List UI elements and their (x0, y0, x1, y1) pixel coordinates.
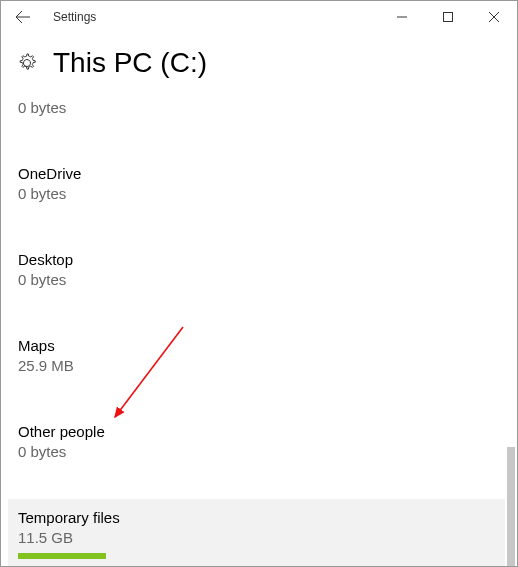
storage-list[interactable]: Mail 0 bytes OneDrive 0 bytes Desktop 0 … (8, 93, 505, 566)
storage-bar (18, 553, 106, 559)
storage-item-size: 11.5 GB (18, 529, 495, 547)
storage-item-maps[interactable]: Maps 25.9 MB (8, 327, 505, 389)
scrollbar-thumb[interactable] (507, 447, 515, 566)
close-button[interactable] (471, 1, 517, 33)
svg-rect-0 (444, 13, 453, 22)
storage-item-title: Desktop (18, 251, 495, 269)
storage-item-title: Maps (18, 337, 495, 355)
storage-item-size: 0 bytes (18, 443, 495, 461)
page-title: This PC (C:) (53, 47, 207, 79)
window-title: Settings (45, 10, 96, 24)
storage-item-title: Other people (18, 423, 495, 441)
settings-window: Settings This PC (0, 0, 518, 567)
back-arrow-icon (15, 9, 31, 25)
storage-item-title: OneDrive (18, 165, 495, 183)
gear-icon (17, 53, 37, 73)
window-controls (379, 1, 517, 33)
storage-item-temporary-files[interactable]: Temporary files 11.5 GB (8, 499, 505, 566)
minimize-icon (397, 12, 407, 22)
titlebar: Settings (1, 1, 517, 33)
scrollbar[interactable] (507, 183, 515, 566)
storage-item-other-people[interactable]: Other people 0 bytes (8, 413, 505, 475)
close-icon (489, 12, 499, 22)
storage-item-title: Temporary files (18, 509, 495, 527)
storage-item-size: 0 bytes (18, 271, 495, 289)
page-header: This PC (C:) (1, 33, 517, 93)
minimize-button[interactable] (379, 1, 425, 33)
storage-item-mail[interactable]: Mail 0 bytes (8, 93, 505, 131)
content-area: Mail 0 bytes OneDrive 0 bytes Desktop 0 … (1, 93, 517, 566)
storage-item-size: 0 bytes (18, 185, 495, 203)
maximize-icon (443, 12, 453, 22)
storage-item-desktop[interactable]: Desktop 0 bytes (8, 241, 505, 303)
storage-item-title: Mail (18, 93, 495, 97)
storage-item-size: 25.9 MB (18, 357, 495, 375)
storage-item-size: 0 bytes (18, 99, 495, 117)
back-button[interactable] (1, 1, 45, 33)
storage-item-onedrive[interactable]: OneDrive 0 bytes (8, 155, 505, 217)
maximize-button[interactable] (425, 1, 471, 33)
